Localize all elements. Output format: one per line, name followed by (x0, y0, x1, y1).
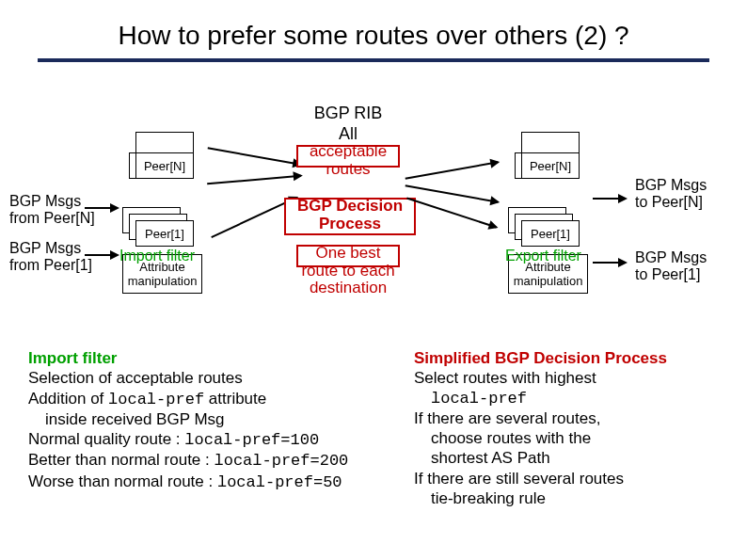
rb-r4: If there are several routes, (414, 408, 743, 428)
title-underline (38, 58, 709, 62)
label-msgs-from-n: BGP Msgsfrom Peer[N] (9, 193, 95, 226)
arrow-in-n (85, 207, 118, 209)
lb-l1: Import filter (28, 348, 395, 368)
rb-r6: shortest AS Path (431, 448, 743, 468)
rib-label: BGP RIB (301, 104, 395, 123)
left-text-block: Import filter Selection of acceptable ro… (28, 348, 395, 492)
peer-n-box: Peer[N] (135, 152, 194, 179)
arrow-to-rib-1 (208, 147, 301, 165)
rb-r1: Simplified BGP Decision Process (414, 348, 743, 368)
peer-n-box-r: Peer[N] (521, 152, 580, 179)
lb-l4: inside received BGP Msg (45, 409, 395, 429)
import-filter-label: Import filter (119, 248, 195, 264)
arrow-from-rib-3 (406, 198, 497, 229)
lb-l2: Selection of acceptable routes (28, 368, 395, 388)
rb-r3: local-pref (431, 389, 743, 408)
arrow-from-rib-1 (405, 161, 499, 179)
right-text-block: Simplified BGP Decision Process Select r… (414, 348, 743, 508)
all-label: All (301, 124, 395, 144)
rb-r5: choose routes with the (431, 428, 743, 448)
arrow-to-rib-2 (207, 175, 301, 185)
export-filter-label: Export filter (505, 248, 581, 264)
lb-l7: Worse than normal route : local-pref=50 (28, 472, 395, 492)
bgp-diagram: BGP Msgsfrom Peer[N] BGP Msgsfrom Peer[1… (9, 104, 734, 320)
decision-label: BGP DecisionProcess (292, 198, 408, 232)
acceptable-label: acceptableroutes (301, 143, 395, 178)
label-msgs-from-1: BGP Msgsfrom Peer[1] (9, 240, 92, 273)
arrow-out-1 (593, 262, 626, 264)
page-title: How to prefer some routes over others (2… (38, 21, 709, 51)
one-best-label: One bestroute to eachdestination (301, 245, 395, 297)
lb-l5: Normal quality route : local-pref=100 (28, 429, 395, 450)
rb-r8: tie-breaking rule (431, 488, 743, 508)
lb-l6: Better than normal route : local-pref=20… (28, 450, 395, 471)
rb-r7: If there are still several routes (414, 469, 743, 488)
label-msgs-to-n: BGP Msgsto Peer[N] (635, 177, 707, 210)
rb-r2: Select routes with highest (414, 368, 743, 388)
peer-1-box-r: Peer[1] (521, 220, 580, 247)
arrow-out-n (593, 198, 626, 200)
label-msgs-to-1: BGP Msgsto Peer[1] (635, 249, 707, 282)
lb-l3: Addition of local-pref attribute (28, 389, 395, 409)
peer-1-box: Peer[1] (135, 220, 194, 247)
arrow-in-1 (85, 254, 118, 256)
